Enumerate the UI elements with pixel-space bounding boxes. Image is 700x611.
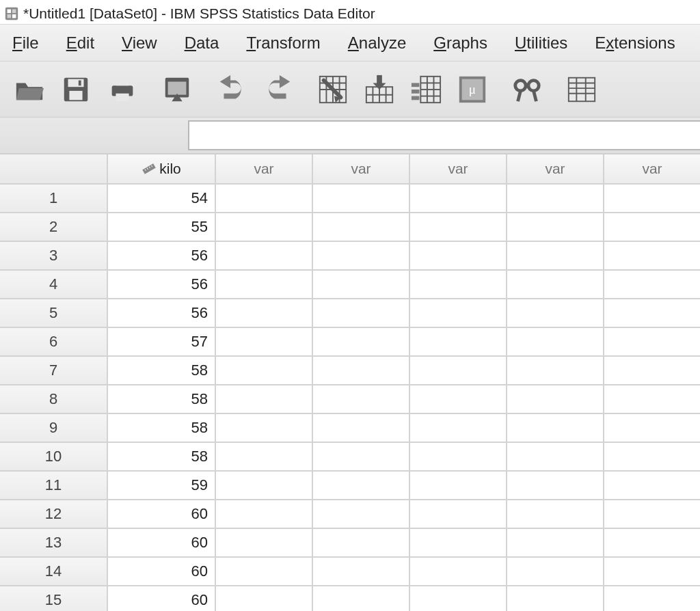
data-grid[interactable]: kilovarvarvarvarvar154255356456556657758…: [0, 153, 700, 611]
data-cell-empty[interactable]: [313, 500, 410, 529]
data-cell-empty[interactable]: [216, 586, 313, 611]
data-cell[interactable]: 56: [108, 271, 216, 299]
data-cell-empty[interactable]: [604, 213, 700, 242]
undo-button[interactable]: [212, 72, 252, 111]
data-cell-empty[interactable]: [313, 328, 410, 357]
data-cell-empty[interactable]: [216, 529, 313, 558]
data-cell-empty[interactable]: [313, 242, 410, 271]
data-cell-empty[interactable]: [216, 385, 313, 414]
grid-corner[interactable]: [0, 154, 108, 185]
data-cell-empty[interactable]: [410, 414, 507, 443]
menu-item-view[interactable]: View: [122, 33, 157, 53]
goto-variable-button[interactable]: [360, 72, 399, 111]
data-cell-empty[interactable]: [216, 558, 313, 586]
data-cell-empty[interactable]: [604, 385, 700, 414]
data-cell-empty[interactable]: [410, 242, 507, 271]
data-cell[interactable]: 60: [108, 500, 216, 529]
data-cell-empty[interactable]: [313, 472, 410, 500]
data-cell-empty[interactable]: [604, 414, 700, 443]
data-cell-empty[interactable]: [410, 213, 507, 242]
data-cell-empty[interactable]: [410, 328, 507, 357]
column-header-placeholder[interactable]: var: [216, 154, 313, 185]
data-cell[interactable]: 56: [108, 299, 216, 328]
data-cell-empty[interactable]: [604, 472, 700, 500]
data-cell[interactable]: 58: [108, 443, 216, 472]
data-cell[interactable]: 58: [108, 385, 216, 414]
data-cell-empty[interactable]: [410, 299, 507, 328]
data-cell-empty[interactable]: [604, 500, 700, 529]
open-file-button[interactable]: [10, 72, 49, 111]
data-cell-empty[interactable]: [216, 299, 313, 328]
print-button[interactable]: [103, 72, 142, 111]
menu-item-analyze[interactable]: Analyze: [348, 33, 406, 53]
data-cell-empty[interactable]: [507, 299, 604, 328]
menu-item-edit[interactable]: Edit: [66, 33, 94, 53]
row-header[interactable]: 1: [0, 185, 108, 213]
data-cell-empty[interactable]: [604, 299, 700, 328]
data-cell-empty[interactable]: [507, 472, 604, 500]
data-cell-empty[interactable]: [313, 299, 410, 328]
data-cell-empty[interactable]: [216, 271, 313, 299]
cell-value-input[interactable]: [188, 120, 700, 150]
data-cell-empty[interactable]: [313, 586, 410, 611]
data-cell-empty[interactable]: [507, 385, 604, 414]
column-header-placeholder[interactable]: var: [410, 154, 507, 185]
data-cell-empty[interactable]: [604, 185, 700, 213]
data-cell-empty[interactable]: [604, 242, 700, 271]
data-cell-empty[interactable]: [313, 558, 410, 586]
row-header[interactable]: 14: [0, 558, 108, 586]
menu-item-extensions[interactable]: Extensions: [595, 33, 675, 53]
data-cell[interactable]: 60: [108, 586, 216, 611]
recall-dialog-button[interactable]: [157, 72, 197, 111]
data-cell-empty[interactable]: [604, 586, 700, 611]
data-cell-empty[interactable]: [313, 213, 410, 242]
data-cell-empty[interactable]: [313, 385, 410, 414]
value-labels-button[interactable]: [562, 72, 602, 111]
data-cell-empty[interactable]: [216, 242, 313, 271]
menu-item-file[interactable]: File: [12, 33, 39, 53]
data-cell-empty[interactable]: [604, 271, 700, 299]
data-cell[interactable]: 59: [108, 472, 216, 500]
data-cell[interactable]: 55: [108, 213, 216, 242]
row-header[interactable]: 15: [0, 586, 108, 611]
row-header[interactable]: 4: [0, 271, 108, 299]
find-button[interactable]: [507, 72, 547, 111]
variables-button[interactable]: [406, 72, 446, 111]
menu-item-graphs[interactable]: Graphs: [433, 33, 487, 53]
row-header[interactable]: 3: [0, 242, 108, 271]
data-cell-empty[interactable]: [410, 357, 507, 385]
data-cell-empty[interactable]: [216, 472, 313, 500]
row-header[interactable]: 2: [0, 213, 108, 242]
data-cell-empty[interactable]: [507, 443, 604, 472]
data-cell-empty[interactable]: [604, 529, 700, 558]
data-cell-empty[interactable]: [507, 558, 604, 586]
data-cell-empty[interactable]: [313, 529, 410, 558]
row-header[interactable]: 13: [0, 529, 108, 558]
menu-item-utilities[interactable]: Utilities: [515, 33, 567, 53]
data-cell-empty[interactable]: [410, 443, 507, 472]
row-header[interactable]: 9: [0, 414, 108, 443]
data-cell[interactable]: 58: [108, 357, 216, 385]
data-cell-empty[interactable]: [313, 271, 410, 299]
data-cell-empty[interactable]: [507, 357, 604, 385]
save-button[interactable]: [56, 72, 96, 111]
data-cell-empty[interactable]: [507, 586, 604, 611]
data-cell-empty[interactable]: [313, 185, 410, 213]
data-cell[interactable]: 57: [108, 328, 216, 357]
row-header[interactable]: 11: [0, 472, 108, 500]
data-cell-empty[interactable]: [410, 500, 507, 529]
column-header-placeholder[interactable]: var: [604, 154, 700, 185]
run-descriptives-button[interactable]: μ: [453, 72, 492, 111]
row-header[interactable]: 6: [0, 328, 108, 357]
column-header-kilo[interactable]: kilo: [108, 154, 216, 185]
data-cell-empty[interactable]: [313, 414, 410, 443]
data-cell-empty[interactable]: [507, 500, 604, 529]
row-header[interactable]: 10: [0, 443, 108, 472]
data-cell-empty[interactable]: [216, 414, 313, 443]
menu-item-transform[interactable]: Transform: [246, 33, 320, 53]
data-cell-empty[interactable]: [604, 328, 700, 357]
data-cell-empty[interactable]: [410, 185, 507, 213]
data-cell-empty[interactable]: [410, 472, 507, 500]
data-cell[interactable]: 54: [108, 185, 216, 213]
data-cell[interactable]: 56: [108, 242, 216, 271]
